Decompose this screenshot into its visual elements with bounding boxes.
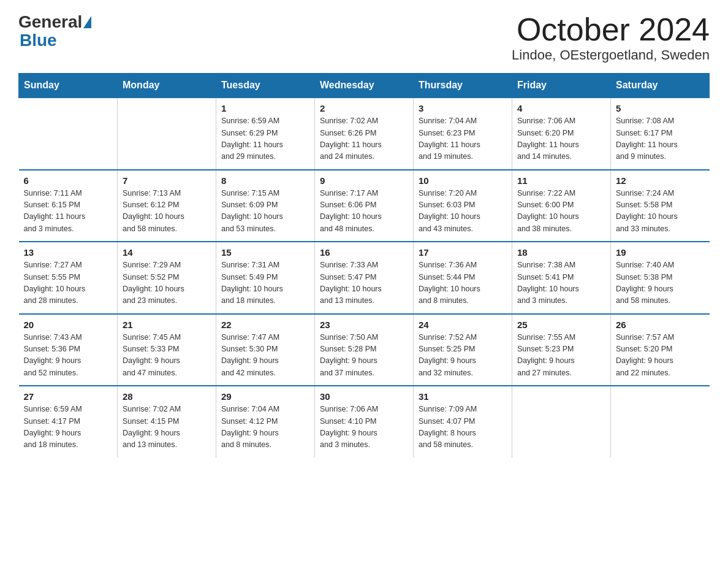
title-area: October 2024 Lindoe, OEstergoetland, Swe… xyxy=(512,12,710,63)
day-number: 3 xyxy=(419,103,507,113)
calendar-table: SundayMondayTuesdayWednesdayThursdayFrid… xyxy=(18,73,710,458)
calendar-week-row: 13Sunrise: 7:27 AM Sunset: 5:55 PM Dayli… xyxy=(19,242,710,314)
calendar-day-cell: 2Sunrise: 7:02 AM Sunset: 6:26 PM Daylig… xyxy=(315,98,414,170)
day-info: Sunrise: 7:55 AM Sunset: 5:23 PM Dayligh… xyxy=(517,332,605,380)
day-info: Sunrise: 7:40 AM Sunset: 5:38 PM Dayligh… xyxy=(616,259,705,307)
day-number: 15 xyxy=(221,247,309,258)
calendar-day-cell: 1Sunrise: 6:59 AM Sunset: 6:29 PM Daylig… xyxy=(216,98,315,170)
day-info: Sunrise: 7:47 AM Sunset: 5:30 PM Dayligh… xyxy=(221,332,309,380)
day-info: Sunrise: 7:17 AM Sunset: 6:06 PM Dayligh… xyxy=(320,188,408,236)
day-info: Sunrise: 7:06 AM Sunset: 6:20 PM Dayligh… xyxy=(517,115,605,163)
day-info: Sunrise: 6:59 AM Sunset: 4:17 PM Dayligh… xyxy=(24,404,113,451)
calendar-day-cell: 31Sunrise: 7:09 AM Sunset: 4:07 PM Dayli… xyxy=(414,386,512,458)
day-number: 22 xyxy=(221,320,309,330)
day-info: Sunrise: 7:15 AM Sunset: 6:09 PM Dayligh… xyxy=(221,188,309,236)
day-number: 5 xyxy=(616,103,705,113)
day-number: 18 xyxy=(517,247,605,258)
day-info: Sunrise: 7:29 AM Sunset: 5:52 PM Dayligh… xyxy=(123,259,211,307)
calendar-day-cell xyxy=(118,98,216,170)
day-info: Sunrise: 7:36 AM Sunset: 5:44 PM Dayligh… xyxy=(419,259,507,307)
day-number: 27 xyxy=(24,391,113,402)
day-info: Sunrise: 7:04 AM Sunset: 6:23 PM Dayligh… xyxy=(419,115,507,163)
day-info: Sunrise: 7:24 AM Sunset: 5:58 PM Dayligh… xyxy=(616,188,705,236)
day-info: Sunrise: 7:11 AM Sunset: 6:15 PM Dayligh… xyxy=(24,188,113,236)
location-subtitle: Lindoe, OEstergoetland, Sweden xyxy=(512,47,710,63)
calendar-day-cell: 17Sunrise: 7:36 AM Sunset: 5:44 PM Dayli… xyxy=(414,242,512,314)
day-number: 2 xyxy=(320,103,408,113)
day-info: Sunrise: 7:57 AM Sunset: 5:20 PM Dayligh… xyxy=(616,332,705,380)
day-number: 29 xyxy=(221,391,309,402)
calendar-day-cell: 20Sunrise: 7:43 AM Sunset: 5:36 PM Dayli… xyxy=(19,314,118,386)
day-number: 24 xyxy=(419,320,507,330)
day-of-week-header: Tuesday xyxy=(216,74,315,98)
day-info: Sunrise: 7:13 AM Sunset: 6:12 PM Dayligh… xyxy=(123,188,211,236)
day-of-week-header: Thursday xyxy=(414,74,512,98)
calendar-day-cell: 8Sunrise: 7:15 AM Sunset: 6:09 PM Daylig… xyxy=(216,170,315,242)
day-number: 25 xyxy=(517,320,605,330)
day-number: 21 xyxy=(123,320,211,330)
calendar-day-cell: 12Sunrise: 7:24 AM Sunset: 5:58 PM Dayli… xyxy=(611,170,710,242)
day-info: Sunrise: 7:06 AM Sunset: 4:10 PM Dayligh… xyxy=(320,404,408,451)
day-number: 14 xyxy=(123,247,211,258)
calendar-day-cell: 19Sunrise: 7:40 AM Sunset: 5:38 PM Dayli… xyxy=(611,242,710,314)
calendar-header-row: SundayMondayTuesdayWednesdayThursdayFrid… xyxy=(19,74,710,98)
day-number: 31 xyxy=(419,391,507,402)
day-info: Sunrise: 7:02 AM Sunset: 4:15 PM Dayligh… xyxy=(123,404,211,451)
calendar-day-cell: 22Sunrise: 7:47 AM Sunset: 5:30 PM Dayli… xyxy=(216,314,315,386)
day-info: Sunrise: 7:04 AM Sunset: 4:12 PM Dayligh… xyxy=(221,404,309,451)
calendar-day-cell: 10Sunrise: 7:20 AM Sunset: 6:03 PM Dayli… xyxy=(414,170,512,242)
calendar-day-cell: 27Sunrise: 6:59 AM Sunset: 4:17 PM Dayli… xyxy=(19,386,118,458)
day-number: 9 xyxy=(320,175,408,186)
calendar-day-cell: 9Sunrise: 7:17 AM Sunset: 6:06 PM Daylig… xyxy=(315,170,414,242)
calendar-day-cell: 3Sunrise: 7:04 AM Sunset: 6:23 PM Daylig… xyxy=(414,98,512,170)
month-title: October 2024 xyxy=(512,12,710,47)
day-of-week-header: Saturday xyxy=(611,74,710,98)
day-info: Sunrise: 7:33 AM Sunset: 5:47 PM Dayligh… xyxy=(320,259,408,307)
calendar-day-cell: 13Sunrise: 7:27 AM Sunset: 5:55 PM Dayli… xyxy=(19,242,118,314)
calendar-day-cell: 18Sunrise: 7:38 AM Sunset: 5:41 PM Dayli… xyxy=(512,242,611,314)
day-info: Sunrise: 7:31 AM Sunset: 5:49 PM Dayligh… xyxy=(221,259,309,307)
page-header: General Blue October 2024 Lindoe, OEster… xyxy=(18,12,710,63)
calendar-day-cell: 15Sunrise: 7:31 AM Sunset: 5:49 PM Dayli… xyxy=(216,242,315,314)
logo-general-text: General xyxy=(18,12,82,32)
calendar-day-cell: 29Sunrise: 7:04 AM Sunset: 4:12 PM Dayli… xyxy=(216,386,315,458)
day-number: 16 xyxy=(320,247,408,258)
day-number: 1 xyxy=(221,103,309,113)
calendar-week-row: 27Sunrise: 6:59 AM Sunset: 4:17 PM Dayli… xyxy=(19,386,710,458)
day-number: 17 xyxy=(419,247,507,258)
day-number: 7 xyxy=(123,175,211,186)
day-number: 6 xyxy=(24,175,113,186)
day-info: Sunrise: 7:45 AM Sunset: 5:33 PM Dayligh… xyxy=(123,332,211,380)
calendar-day-cell: 11Sunrise: 7:22 AM Sunset: 6:00 PM Dayli… xyxy=(512,170,611,242)
day-number: 30 xyxy=(320,391,408,402)
calendar-day-cell xyxy=(611,386,710,458)
day-number: 20 xyxy=(24,320,113,330)
calendar-week-row: 6Sunrise: 7:11 AM Sunset: 6:15 PM Daylig… xyxy=(19,170,710,242)
day-number: 26 xyxy=(616,320,705,330)
day-info: Sunrise: 7:02 AM Sunset: 6:26 PM Dayligh… xyxy=(320,115,408,163)
calendar-day-cell: 16Sunrise: 7:33 AM Sunset: 5:47 PM Dayli… xyxy=(315,242,414,314)
day-info: Sunrise: 7:27 AM Sunset: 5:55 PM Dayligh… xyxy=(24,259,113,307)
calendar-day-cell: 30Sunrise: 7:06 AM Sunset: 4:10 PM Dayli… xyxy=(315,386,414,458)
day-info: Sunrise: 7:43 AM Sunset: 5:36 PM Dayligh… xyxy=(24,332,113,380)
day-number: 4 xyxy=(517,103,605,113)
calendar-day-cell: 21Sunrise: 7:45 AM Sunset: 5:33 PM Dayli… xyxy=(118,314,216,386)
calendar-day-cell: 28Sunrise: 7:02 AM Sunset: 4:15 PM Dayli… xyxy=(118,386,216,458)
day-of-week-header: Wednesday xyxy=(315,74,414,98)
day-info: Sunrise: 7:38 AM Sunset: 5:41 PM Dayligh… xyxy=(517,259,605,307)
day-number: 19 xyxy=(616,247,705,258)
day-info: Sunrise: 7:08 AM Sunset: 6:17 PM Dayligh… xyxy=(616,115,705,163)
calendar-day-cell: 4Sunrise: 7:06 AM Sunset: 6:20 PM Daylig… xyxy=(512,98,611,170)
calendar-day-cell: 23Sunrise: 7:50 AM Sunset: 5:28 PM Dayli… xyxy=(315,314,414,386)
calendar-day-cell: 7Sunrise: 7:13 AM Sunset: 6:12 PM Daylig… xyxy=(118,170,216,242)
day-number: 13 xyxy=(24,247,113,258)
calendar-day-cell: 5Sunrise: 7:08 AM Sunset: 6:17 PM Daylig… xyxy=(611,98,710,170)
day-of-week-header: Sunday xyxy=(19,74,118,98)
day-info: Sunrise: 7:50 AM Sunset: 5:28 PM Dayligh… xyxy=(320,332,408,380)
day-number: 11 xyxy=(517,175,605,186)
day-of-week-header: Friday xyxy=(512,74,611,98)
day-number: 23 xyxy=(320,320,408,330)
day-info: Sunrise: 7:09 AM Sunset: 4:07 PM Dayligh… xyxy=(419,404,507,451)
day-number: 10 xyxy=(419,175,507,186)
day-number: 28 xyxy=(123,391,211,402)
